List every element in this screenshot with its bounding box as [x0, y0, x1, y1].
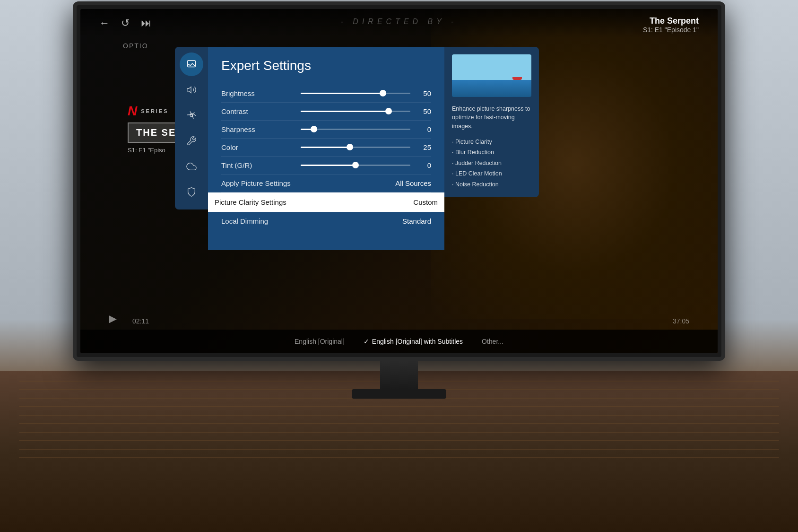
tv-stand-base [352, 389, 446, 399]
tv-content: ← ↺ ⏭ - DIRECTED BY - The Serpent S1: E1… [80, 9, 718, 353]
tv-container: ← ↺ ⏭ - DIRECTED BY - The Serpent S1: E1… [73, 1, 725, 389]
nav-controls: ← ↺ ⏭ [99, 17, 151, 29]
sharpness-track [301, 129, 410, 130]
settings-sidebar [175, 47, 208, 209]
tint-track [301, 165, 410, 166]
back-icon[interactable]: ← [99, 17, 110, 29]
show-info: The Serpent S1: E1 "Episode 1" [643, 16, 699, 34]
sidebar-item-picture[interactable] [180, 52, 203, 76]
tint-thumb[interactable] [352, 162, 359, 168]
tint-value: 0 [414, 161, 431, 169]
audio-option-3[interactable]: Other... [482, 338, 503, 345]
sidebar-item-broadcast[interactable] [180, 104, 203, 127]
feature-led-clear-motion: · LED Clear Motion [452, 168, 531, 179]
tint-slider[interactable] [297, 165, 414, 166]
brightness-fill [301, 93, 383, 94]
brightness-label: Brightness [221, 89, 297, 97]
apply-settings-value: All Sources [395, 179, 431, 187]
local-dimming-label: Local Dimming [221, 217, 297, 225]
contrast-row[interactable]: Contrast 50 [221, 103, 431, 121]
feature-noise-reduction: · Noise Reduction [452, 179, 531, 190]
info-features: · Picture Clarity · Blur Reduction · Jud… [452, 137, 531, 190]
contrast-track [301, 111, 410, 112]
svg-marker-1 [187, 87, 191, 93]
tint-row[interactable]: Tint (G/R) 0 [221, 157, 431, 174]
netflix-logo: N [128, 104, 137, 119]
sharpness-row[interactable]: Sharpness 0 [221, 121, 431, 139]
sharpness-slider[interactable] [297, 129, 414, 130]
contrast-slider[interactable] [297, 111, 414, 112]
apply-settings-label: Apply Picture Settings [221, 179, 297, 187]
tint-fill [301, 165, 356, 166]
series-label: SERIES [141, 108, 168, 114]
show-episode: S1: E1 "Episode 1" [643, 26, 699, 34]
picture-clarity-value: Custom [413, 198, 438, 206]
feature-picture-clarity: · Picture Clarity [452, 137, 531, 148]
brightness-thumb[interactable] [380, 90, 386, 96]
expert-panel: Expert Settings Brightness 50 [208, 47, 444, 250]
tint-label: Tint (G/R) [221, 161, 297, 169]
color-row[interactable]: Color 25 [221, 139, 431, 157]
play-indicator[interactable]: ▶ [109, 313, 117, 325]
sidebar-item-tools[interactable] [180, 129, 203, 153]
audio-option-2[interactable]: ✓English [Original] with Subtitles [364, 338, 463, 345]
sharpness-label: Sharpness [221, 125, 297, 133]
contrast-thumb[interactable] [385, 108, 392, 114]
preview-boat [512, 74, 522, 80]
audio-option-2-label: English [Original] with Subtitles [372, 338, 463, 345]
skip-icon[interactable]: ⏭ [141, 17, 151, 29]
audio-option-1[interactable]: English [Original] [295, 338, 345, 345]
show-title: The Serpent [643, 16, 699, 26]
color-label: Color [221, 143, 297, 151]
contrast-fill [301, 111, 389, 112]
info-description: Enhance picture sharpness to optimize fo… [452, 105, 531, 131]
sidebar-item-shield[interactable] [180, 180, 203, 204]
contrast-value: 50 [414, 107, 431, 115]
contrast-label: Contrast [221, 107, 297, 115]
info-panel: Enhance picture sharpness to optimize fo… [444, 47, 539, 198]
brightness-row[interactable]: Brightness 50 [221, 85, 431, 103]
color-thumb[interactable] [347, 144, 353, 150]
local-dimming-value: Standard [402, 217, 431, 225]
checkmark-icon: ✓ [364, 338, 369, 345]
sharpness-thumb[interactable] [311, 126, 317, 132]
brightness-value: 50 [414, 89, 431, 97]
sidebar-item-sound[interactable] [180, 78, 203, 102]
history-icon[interactable]: ↺ [121, 17, 130, 29]
svg-rect-0 [188, 60, 196, 67]
local-dimming-row[interactable]: Local Dimming Standard [221, 212, 431, 230]
directed-by-text: - DIRECTED BY - [341, 17, 458, 26]
settings-overlay: Expert Settings Brightness 50 [175, 47, 539, 250]
color-track [301, 147, 410, 148]
feature-judder-reduction: · Judder Reduction [452, 158, 531, 169]
feature-blur-reduction: · Blur Reduction [452, 147, 531, 158]
preview-water [452, 80, 531, 97]
expert-settings-title: Expert Settings [221, 58, 431, 73]
tv-top-bar: ← ↺ ⏭ - DIRECTED BY - The Serpent S1: E1… [80, 9, 718, 37]
tv-bezel: ← ↺ ⏭ - DIRECTED BY - The Serpent S1: E1… [73, 1, 725, 361]
preview-image [452, 54, 531, 97]
color-slider[interactable] [297, 147, 414, 148]
tv-screen: ← ↺ ⏭ - DIRECTED BY - The Serpent S1: E1… [80, 9, 718, 353]
brightness-slider[interactable] [297, 93, 414, 94]
sharpness-value: 0 [414, 125, 431, 133]
sidebar-item-cloud[interactable] [180, 155, 203, 178]
picture-clarity-row[interactable]: Picture Clarity Settings Custom [208, 192, 444, 212]
brightness-track [301, 93, 410, 94]
tv-stand-neck [380, 361, 418, 389]
apply-settings-row[interactable]: Apply Picture Settings All Sources [221, 174, 431, 192]
audio-selection-bar: English [Original] ✓English [Original] w… [80, 330, 718, 353]
color-value: 25 [414, 143, 431, 151]
picture-clarity-label: Picture Clarity Settings [215, 198, 413, 206]
time-remaining: 37:05 [673, 317, 689, 325]
time-current: 02:11 [132, 317, 149, 325]
options-text: OPTIO [123, 42, 148, 50]
color-fill [301, 147, 350, 148]
